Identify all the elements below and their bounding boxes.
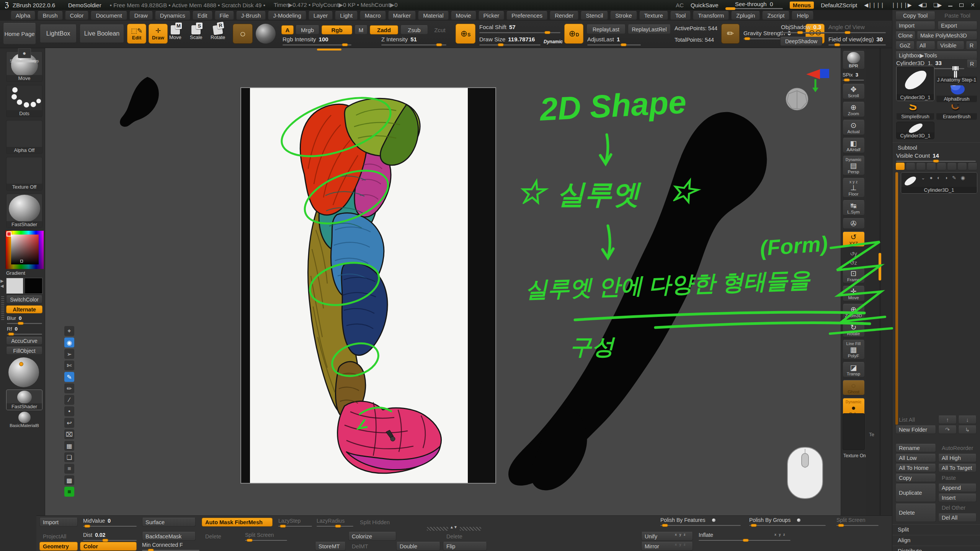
canvas-v-scrollbar[interactable]: [879, 253, 881, 280]
lazystep-slider[interactable]: LazyStep: [278, 518, 312, 527]
delmt-button[interactable]: DelMT: [348, 542, 375, 551]
rgb-intensity-slider[interactable]: Rgb Intensity100: [283, 36, 351, 46]
menu-item[interactable]: Picker: [479, 11, 505, 20]
zsub-button[interactable]: Zsub: [400, 25, 428, 34]
all-to-home-button[interactable]: All To Home: [895, 464, 936, 472]
menu-item[interactable]: Stencil: [581, 11, 608, 20]
append-button[interactable]: Append: [938, 484, 977, 492]
dist-slider[interactable]: Dist0.02: [83, 532, 137, 541]
adjust-last-slider[interactable]: AdjustLast1: [587, 36, 641, 46]
divider-right-icon[interactable]: ❘❘❘❘▶: [891, 2, 911, 8]
floor-button[interactable]: x y z ⊥ Floor: [843, 178, 865, 197]
ac-toggle[interactable]: AC: [676, 2, 684, 8]
replay-last-rel-button[interactable]: ReplayLastRel: [628, 24, 671, 34]
menu-item[interactable]: Render: [550, 11, 578, 20]
copy-subtool-button[interactable]: Copy: [895, 474, 936, 482]
default-zscript-button[interactable]: DefaultZScript: [821, 2, 857, 8]
menu-item[interactable]: Edit: [193, 11, 212, 20]
aahalf-button[interactable]: ◧ AAHalf: [843, 138, 865, 153]
menu-item[interactable]: Dynamics: [155, 11, 190, 20]
subtool-view-tab[interactable]: [968, 162, 977, 170]
material-thumb[interactable]: FastShader: [6, 194, 42, 228]
distribute-section[interactable]: Distribute: [892, 546, 980, 551]
colorize-button[interactable]: Colorize: [348, 532, 396, 541]
home-page-button[interactable]: Home Page: [3, 23, 36, 44]
import-tool-button[interactable]: Import: [895, 21, 935, 30]
copy-tool-button[interactable]: Copy Tool: [895, 11, 935, 20]
polyframe-button[interactable]: Line Fill ▦ PolyF: [843, 340, 865, 359]
lazyradius-slider[interactable]: LazyRadius: [317, 518, 353, 527]
actual-button[interactable]: ⊙ Actual: [843, 120, 865, 135]
draw-size-icon-button[interactable]: ⊕S: [456, 24, 475, 44]
backfacemask-button[interactable]: BackfaceMask: [142, 532, 196, 541]
all-high-button[interactable]: All High: [938, 454, 977, 462]
subtool-view-tab[interactable]: [957, 162, 967, 170]
menu-item[interactable]: Movie: [451, 11, 476, 20]
alpha-off-thumb[interactable]: Alpha Off: [6, 120, 42, 154]
goz-r-button[interactable]: R: [966, 41, 977, 50]
menu-item[interactable]: Zscript: [762, 11, 789, 20]
menu-item[interactable]: Stroke: [610, 11, 637, 20]
tool-slot-alphabrush[interactable]: AlphaBrush: [936, 85, 977, 103]
ghost-button[interactable]: ◌ Ghost: [843, 380, 865, 395]
geometry-button[interactable]: Geometry: [39, 542, 78, 551]
menu-item[interactable]: Macro: [360, 11, 386, 20]
dynamic-label[interactable]: Dynamic: [544, 39, 563, 44]
secondary-color-swatch[interactable]: [24, 278, 42, 294]
focal-shift-slider[interactable]: Focal Shift57: [479, 24, 560, 33]
subtool-down-button[interactable]: ↓: [958, 416, 977, 424]
menu-item[interactable]: Zplugin: [731, 11, 760, 20]
rgb-button[interactable]: Rgb: [322, 25, 352, 34]
subtool-view-tab[interactable]: [895, 162, 905, 170]
undo-icon[interactable]: ↩: [64, 418, 74, 428]
close-icon[interactable]: ✕: [970, 2, 975, 8]
spix-slider[interactable]: SPix3: [843, 72, 864, 81]
texture-on-label[interactable]: Texture On: [843, 453, 866, 458]
list-all-button[interactable]: List All: [895, 416, 936, 424]
lasso-icon[interactable]: ✄: [64, 360, 74, 370]
move3d-button[interactable]: ✛ Move: [843, 286, 865, 301]
subtool-item-icons[interactable]: ⌄ ● ◐ ◑ ✎ ◉: [921, 175, 967, 181]
mirror-xyz[interactable]: x y z: [675, 543, 686, 546]
zoom3d-button[interactable]: ⊕ Zoom3D: [843, 304, 865, 319]
polish-features-toggle[interactable]: [712, 518, 715, 522]
tray-drag-handle[interactable]: [1, 296, 4, 321]
subtool-view-tab[interactable]: [906, 162, 915, 170]
board-icon[interactable]: ▦: [64, 441, 74, 451]
split-hidden-button[interactable]: Split Hidden: [356, 518, 399, 527]
accucurve-button[interactable]: AccuCurve: [6, 337, 42, 345]
menu-item[interactable]: Texture: [639, 11, 668, 20]
rename-button[interactable]: Rename: [895, 444, 936, 452]
pin-icon[interactable]: ⌖: [64, 326, 74, 336]
tool-slot-cylinder-small[interactable]: Cylinder3D_1: [896, 122, 934, 139]
menu-item[interactable]: Help: [792, 11, 813, 20]
polish-by-features-slider[interactable]: Polish By Features: [660, 517, 741, 526]
pencil-icon[interactable]: ✏: [64, 383, 74, 393]
doc-prev-icon[interactable]: ◀❏: [918, 2, 926, 8]
menu-item[interactable]: File: [215, 11, 234, 20]
split-screen2-slider[interactable]: Split Screen: [245, 532, 287, 541]
alternate-button[interactable]: Alternate: [6, 305, 42, 313]
import-mesh-button[interactable]: Import: [39, 518, 78, 527]
tray-collapse-icon[interactable]: ▶◀: [0, 279, 3, 289]
lsym-button[interactable]: ↹ L.Sym: [843, 200, 865, 215]
live-boolean-button[interactable]: Live Boolean: [80, 24, 124, 43]
persp-button[interactable]: Dynamic ▤ Persp: [843, 156, 865, 175]
doc-next-icon[interactable]: ❏▶: [933, 2, 941, 8]
menu-item[interactable]: Color: [65, 11, 89, 20]
surface-button[interactable]: Surface: [142, 518, 196, 527]
current-stroke-button[interactable]: ○: [233, 24, 253, 44]
autoreorder-button[interactable]: AutoReorder: [938, 444, 977, 452]
insert-button[interactable]: Insert: [938, 494, 977, 502]
polish-by-groups-slider[interactable]: Polish By Groups: [749, 517, 826, 526]
rotate-y-button[interactable]: ↺y: [843, 249, 865, 258]
zoom-button[interactable]: ⊕ Zoom: [843, 102, 865, 117]
quicksave-button[interactable]: QuickSave: [691, 2, 719, 8]
make-polymesh3d-button[interactable]: Make PolyMesh3D: [917, 31, 977, 40]
all-to-target-button[interactable]: All To Target: [938, 464, 977, 472]
z-intensity-slider[interactable]: Z Intensity51: [381, 36, 446, 46]
move-mode-button[interactable]: M Move: [169, 25, 181, 40]
min-connected-slider[interactable]: Min Connected F: [142, 542, 199, 551]
divider-left-icon[interactable]: ◀❘❘❘❘: [864, 2, 884, 8]
menu-item[interactable]: Alpha: [11, 11, 35, 20]
